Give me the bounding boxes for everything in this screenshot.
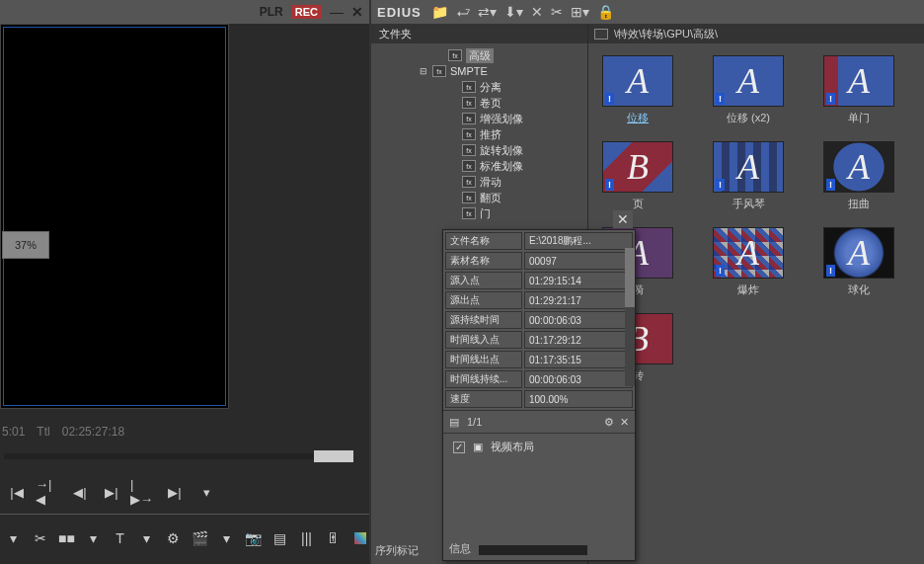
transport-dropdown[interactable]: ▾ bbox=[193, 481, 219, 503]
scrub-track bbox=[4, 453, 320, 459]
tree-label: 门 bbox=[480, 206, 491, 221]
tree-item-1[interactable]: ⊟fxSMPTE bbox=[373, 63, 585, 79]
info-scrollbar[interactable] bbox=[625, 248, 635, 386]
close-small-icon[interactable]: ✕ bbox=[620, 416, 629, 429]
minimize-icon[interactable]: — bbox=[330, 4, 344, 20]
thumb-item-7[interactable]: A!爆炸 bbox=[707, 227, 790, 297]
thumb-mark-icon: ! bbox=[826, 93, 835, 105]
tool-4[interactable]: T bbox=[111, 528, 129, 548]
tb-lock-icon[interactable]: 🔒 bbox=[597, 4, 614, 20]
info-val: 01:29:15:14 bbox=[524, 272, 633, 289]
layout-checkbox[interactable]: ✓ bbox=[453, 442, 465, 453]
folder-icon: fx bbox=[462, 207, 476, 219]
thumb-item-5[interactable]: A!扭曲 bbox=[817, 141, 900, 211]
tb-folder-icon[interactable]: 📁 bbox=[431, 4, 448, 20]
transport-btn-5[interactable]: ▶| bbox=[162, 481, 188, 503]
info-key: 源持续时间 bbox=[445, 311, 522, 329]
ttl-value: 02:25:27:18 bbox=[62, 425, 124, 439]
transport-btn-4[interactable]: |▶→ bbox=[130, 481, 156, 503]
tree-item-10[interactable]: fx门 bbox=[373, 205, 585, 221]
info-row-8: 速度100.00% bbox=[445, 390, 633, 408]
tool-12[interactable]: 🎚 bbox=[324, 528, 343, 548]
path-row: \特效\转场\GPU\高级\ bbox=[588, 24, 924, 43]
tree-item-2[interactable]: fx分离 bbox=[373, 79, 585, 95]
layout-icon: ▣ bbox=[473, 441, 483, 453]
tree-item-3[interactable]: fx卷页 bbox=[373, 95, 585, 111]
tb-down-icon[interactable]: ⬇▾ bbox=[504, 4, 523, 20]
tool-3[interactable]: ▾ bbox=[84, 528, 103, 548]
thumb-mark-icon: ! bbox=[605, 93, 614, 105]
preview-pane: PLR REC — ✕ 37% 5:01 Ttl 02:25:27:18 |◀ … bbox=[0, 0, 369, 564]
info-scroll-thumb[interactable] bbox=[625, 248, 635, 307]
thumb-label: 扭曲 bbox=[848, 197, 870, 211]
thumb-item-1[interactable]: A!位移 (x2) bbox=[707, 55, 790, 125]
transport-btn-1[interactable]: →|◀ bbox=[36, 481, 61, 503]
tool-0[interactable]: ▾ bbox=[4, 528, 23, 548]
thumb-label: 位移 bbox=[627, 111, 649, 125]
thumb-panel: \特效\转场\GPU\高级\ A!位移A!位移 (x2)A!单门B!页A!手风琴… bbox=[588, 24, 924, 564]
folder-icon: fx bbox=[462, 192, 476, 203]
scrub-knob[interactable] bbox=[314, 450, 353, 462]
tree-item-0[interactable]: fx高级 bbox=[373, 47, 585, 63]
folder-icon: fx bbox=[462, 128, 476, 140]
tool-11[interactable]: ||| bbox=[297, 528, 316, 548]
settings-icon[interactable]: ⚙ bbox=[604, 416, 614, 429]
close-icon[interactable]: ✕ bbox=[351, 4, 363, 20]
thumb-item-8[interactable]: A!球化 bbox=[817, 227, 900, 297]
tree-item-4[interactable]: fx增强划像 bbox=[373, 111, 585, 126]
transport-btn-3[interactable]: ▶| bbox=[99, 481, 124, 503]
tool-2[interactable]: ■■ bbox=[57, 528, 76, 548]
sequence-marker-label[interactable]: 序列标记 bbox=[375, 543, 419, 558]
tb-cut-icon[interactable]: ✂ bbox=[551, 4, 563, 20]
preview-video-frame bbox=[3, 27, 226, 406]
thumb-label: 单门 bbox=[848, 111, 870, 125]
tree-label: 滑动 bbox=[480, 175, 501, 190]
video-layout-row[interactable]: ✓ ▣ 视频布局 bbox=[443, 434, 635, 460]
tool-1[interactable]: ✂ bbox=[31, 528, 49, 548]
tree-label: 旋转划像 bbox=[480, 143, 523, 158]
tool-5[interactable]: ▾ bbox=[137, 528, 156, 548]
path-folder-icon[interactable] bbox=[594, 29, 608, 40]
tb-delete-icon[interactable]: ✕ bbox=[531, 4, 543, 20]
tb-view-icon[interactable]: ⊞▾ bbox=[571, 4, 589, 20]
info-key: 速度 bbox=[445, 390, 522, 408]
thumb-item-3[interactable]: B!页 bbox=[596, 141, 679, 211]
thumb-label: 位移 (x2) bbox=[727, 111, 770, 125]
info-key: 素材名称 bbox=[445, 252, 522, 270]
transport-btn-2[interactable]: ◀| bbox=[67, 481, 93, 503]
info-row-3: 源出点01:29:21:17 bbox=[445, 291, 633, 309]
tree-item-9[interactable]: fx翻页 bbox=[373, 190, 585, 205]
thumb-mark-icon: ! bbox=[716, 265, 725, 277]
info-val: 01:17:35:15 bbox=[524, 351, 633, 368]
info-val: 00:00:06:03 bbox=[524, 370, 633, 388]
tree-label: 增强划像 bbox=[480, 112, 523, 126]
timecode-row: 5:01 Ttl 02:25:27:18 bbox=[2, 425, 124, 439]
thumb-preview: A! bbox=[713, 141, 784, 193]
info-key: 时间线出点 bbox=[445, 351, 522, 368]
color-swatch[interactable] bbox=[350, 528, 369, 548]
tb-back-icon[interactable]: ⮐ bbox=[456, 4, 470, 20]
tool-8[interactable]: ▾ bbox=[217, 528, 236, 548]
tb-swap-icon[interactable]: ⇄▾ bbox=[478, 4, 497, 20]
tool-10[interactable]: ▤ bbox=[270, 528, 289, 548]
tree-item-5[interactable]: fx推挤 bbox=[373, 126, 585, 142]
tree-label: 卷页 bbox=[480, 96, 501, 111]
tree-label: 高级 bbox=[466, 48, 494, 63]
popup-close-icon[interactable]: ✕ bbox=[613, 210, 633, 228]
scrub-slider[interactable] bbox=[0, 450, 369, 464]
thumb-item-2[interactable]: A!单门 bbox=[817, 55, 900, 125]
tool-9[interactable]: 📷 bbox=[244, 528, 263, 548]
tree-item-6[interactable]: fx旋转划像 bbox=[373, 142, 585, 158]
tool-7[interactable]: 🎬 bbox=[191, 528, 209, 548]
folder-icon: fx bbox=[448, 49, 462, 61]
page-icon[interactable]: ▤ bbox=[449, 416, 459, 429]
thumb-preview: A! bbox=[823, 141, 894, 193]
thumb-item-0[interactable]: A!位移 bbox=[596, 55, 679, 125]
thumb-item-4[interactable]: A!手风琴 bbox=[707, 141, 790, 211]
tree-item-8[interactable]: fx滑动 bbox=[373, 174, 585, 190]
transport-btn-0[interactable]: |◀ bbox=[4, 481, 30, 503]
thumb-mark-icon: ! bbox=[716, 93, 725, 105]
tree-item-7[interactable]: fx标准划像 bbox=[373, 158, 585, 174]
info-row-1: 素材名称00097 bbox=[445, 252, 633, 270]
tool-6[interactable]: ⚙ bbox=[164, 528, 183, 548]
